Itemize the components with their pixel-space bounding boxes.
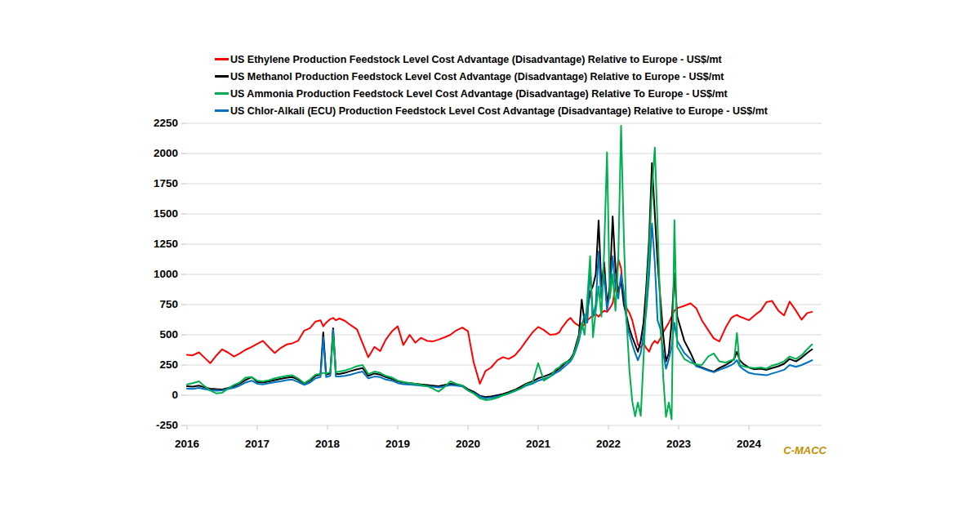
x-tick-label: 2019 [373, 438, 422, 451]
y-tick-label: 1000 [122, 268, 178, 281]
y-tick-label: 2250 [122, 117, 178, 130]
legend-swatch-methanol-icon [215, 75, 229, 78]
legend-label-ammonia: US Ammonia Production Feedstock Level Co… [230, 88, 728, 100]
legend-label-ethylene: US Ethylene Production Feedstock Level C… [230, 54, 722, 65]
y-tick-label: 250 [122, 358, 178, 372]
y-tick-label: 1250 [122, 238, 178, 251]
y-tick-label: 0 [122, 389, 178, 402]
legend-label-chloralkali: US Chlor-Alkali (ECU) Production Feedsto… [230, 105, 768, 117]
x-tick-label: 2017 [233, 438, 282, 451]
x-tick-label: 2022 [584, 438, 633, 451]
legend-item-ethylene: US Ethylene Production Feedstock Level C… [215, 51, 768, 68]
legend-item-ammonia: US Ammonia Production Feedstock Level Co… [215, 85, 768, 102]
series-line-chloralkali [187, 224, 812, 398]
y-tick-label: -250 [122, 419, 178, 432]
legend-swatch-ammonia-icon [215, 92, 229, 95]
chart-canvas: US Ethylene Production Feedstock Level C… [0, 0, 980, 512]
x-tick-label: 2024 [724, 438, 773, 451]
legend-item-chloralkali: US Chlor-Alkali (ECU) Production Feedsto… [215, 102, 768, 119]
legend-swatch-ethylene-icon [215, 58, 229, 60]
legend: US Ethylene Production Feedstock Level C… [215, 51, 768, 119]
x-tick-label: 2016 [163, 438, 212, 451]
y-tick-label: 500 [122, 328, 178, 341]
x-tick-label: 2021 [514, 438, 563, 451]
legend-swatch-chloralkali-icon [215, 109, 229, 112]
x-tick-label: 2023 [654, 438, 703, 451]
y-tick-label: 750 [122, 298, 178, 311]
y-tick-label: 1500 [122, 207, 178, 220]
series-line-methanol [187, 163, 812, 397]
legend-label-methanol: US Methanol Production Feedstock Level C… [230, 71, 724, 82]
series-line-ammonia [187, 126, 812, 420]
legend-item-methanol: US Methanol Production Feedstock Level C… [215, 68, 768, 85]
x-tick-label: 2020 [443, 438, 492, 451]
watermark: C-MACC [774, 444, 826, 456]
y-tick-label: 2000 [122, 147, 178, 160]
y-tick-label: 1750 [122, 177, 178, 190]
x-tick-label: 2018 [303, 438, 352, 451]
